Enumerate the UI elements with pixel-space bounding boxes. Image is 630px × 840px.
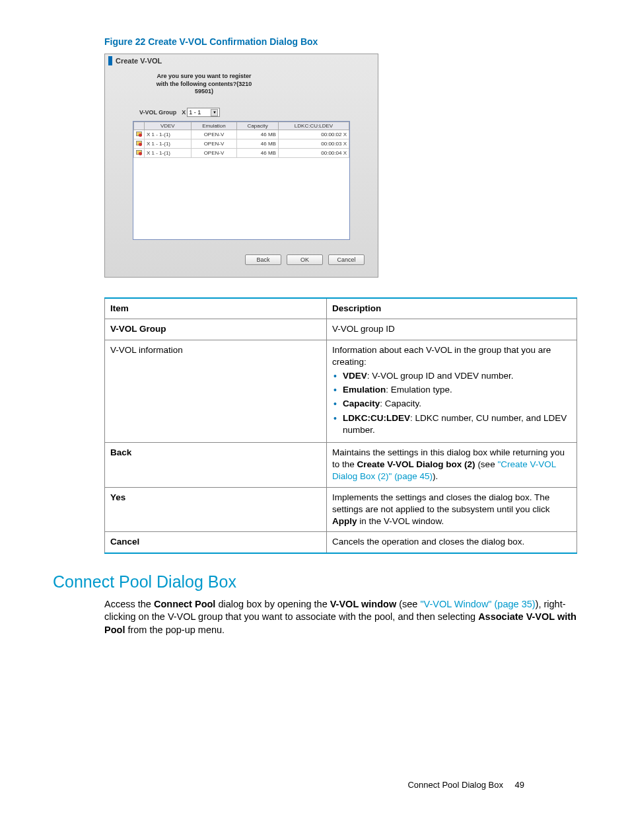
page-number: 49 <box>515 780 524 790</box>
table-row: Yes Implements the settings and closes t… <box>105 487 577 532</box>
item-label: Cancel <box>110 537 139 547</box>
cell-ldkc: 00:00:03 X <box>278 139 349 149</box>
cell-emulation: OPEN-V <box>191 130 237 139</box>
item-desc: Maintains the settings in this dialog bo… <box>327 443 577 488</box>
table-row: V-VOL information Information about each… <box>105 340 577 443</box>
item-label: Yes <box>110 492 125 502</box>
vvol-table: VDEV Emulation Capacity LDKC:CU:LDEV X 1… <box>133 122 349 158</box>
table-row[interactable]: X 1 - 1-(1) OPEN-V 46 MB 00:00:02 X <box>134 130 349 139</box>
table-header-row: VDEV Emulation Capacity LDKC:CU:LDEV <box>134 122 349 130</box>
back-button[interactable]: Back <box>245 254 281 265</box>
cell-vdev: X 1 - 1-(1) <box>145 130 192 139</box>
vvol-group-dropdown[interactable]: 1 - 1 ▼ <box>187 108 220 117</box>
list-item: LDKC:CU:LDEV: LDKC number, CU number, an… <box>332 412 571 436</box>
volume-icon <box>136 140 142 146</box>
description-table: Item Description V-VOL Group V-VOL group… <box>104 297 577 554</box>
item-desc: Cancels the operation and closes the dia… <box>327 532 577 553</box>
cell-emulation: OPEN-V <box>191 139 237 149</box>
dialog-box: Create V-VOL Are you sure you want to re… <box>104 54 378 278</box>
vvol-table-container: VDEV Emulation Capacity LDKC:CU:LDEV X 1… <box>133 121 350 240</box>
table-row: Back Maintains the settings in this dial… <box>105 443 577 488</box>
section-heading: Connect Pool Dialog Box <box>53 572 577 592</box>
footer-text: Connect Pool Dialog Box <box>407 780 503 790</box>
table-row: V-VOL Group V-VOL group ID <box>105 319 577 340</box>
header-description: Description <box>327 298 577 319</box>
cell-ldkc: 00:00:02 X <box>278 130 349 139</box>
col-vdev: VDEV <box>145 122 192 130</box>
title-bar-accent <box>108 56 112 65</box>
col-ldkc: LDKC:CU:LDEV <box>278 122 349 130</box>
volume-icon <box>136 131 142 137</box>
item-desc: Implements the settings and closes the d… <box>327 487 577 532</box>
desc-intro: Information about each V-VOL in the grou… <box>332 345 551 367</box>
cancel-button[interactable]: Cancel <box>328 254 365 265</box>
item-desc: V-VOL group ID <box>327 319 577 340</box>
item-desc: Information about each V-VOL in the grou… <box>327 340 577 443</box>
table-row[interactable]: X 1 - 1-(1) OPEN-V 46 MB 00:00:04 X <box>134 149 349 158</box>
dialog-button-row: Back OK Cancel <box>105 254 365 265</box>
list-item: Capacity: Capacity. <box>332 398 571 410</box>
cell-vdev: X 1 - 1-(1) <box>145 149 192 158</box>
col-capacity: Capacity <box>237 122 279 130</box>
chevron-down-icon: ▼ <box>211 109 218 116</box>
list-item: Emulation: Emulation type. <box>332 384 571 396</box>
ok-button[interactable]: OK <box>287 254 323 265</box>
cell-capacity: 46 MB <box>237 139 279 149</box>
item-label: V-VOL Group <box>110 324 166 334</box>
cell-capacity: 46 MB <box>237 149 279 158</box>
cell-vdev: X 1 - 1-(1) <box>145 139 192 149</box>
dropdown-value: 1 - 1 <box>189 109 201 116</box>
figure-caption: Figure 22 Create V-VOL Confirmation Dial… <box>104 36 577 47</box>
vvol-group-label: V-VOL Group <box>139 109 176 116</box>
item-label: Back <box>110 447 131 457</box>
dialog-title-bar: Create V-VOL <box>105 54 378 67</box>
col-emulation: Emulation <box>191 122 237 130</box>
header-item: Item <box>105 298 327 319</box>
cell-capacity: 46 MB <box>237 130 279 139</box>
link-vvol-window[interactable]: "V-VOL Window" (page 35) <box>420 599 535 609</box>
vvol-group-selector: V-VOL Group X 1 - 1 ▼ <box>139 108 378 117</box>
confirmation-message: Are you sure you want to register with t… <box>151 73 257 96</box>
table-row: Cancel Cancels the operation and closes … <box>105 532 577 553</box>
confirm-line-1: Are you sure you want to register <box>151 73 257 81</box>
cell-emulation: OPEN-V <box>191 149 237 158</box>
dialog-title: Create V-VOL <box>116 57 162 65</box>
page-footer: Connect Pool Dialog Box 49 <box>407 780 524 790</box>
section-body: Access the Connect Pool dialog box by op… <box>104 598 577 637</box>
vvol-group-prefix: X <box>182 109 186 116</box>
item-label: V-VOL information <box>105 340 327 443</box>
cell-ldkc: 00:00:04 X <box>278 149 349 158</box>
table-row[interactable]: X 1 - 1-(1) OPEN-V 46 MB 00:00:03 X <box>134 139 349 149</box>
confirm-line-2: with the following contents?(3210 59501) <box>151 81 257 96</box>
volume-icon <box>136 149 142 155</box>
list-item: VDEV: V-VOL group ID and VDEV number. <box>332 370 571 382</box>
